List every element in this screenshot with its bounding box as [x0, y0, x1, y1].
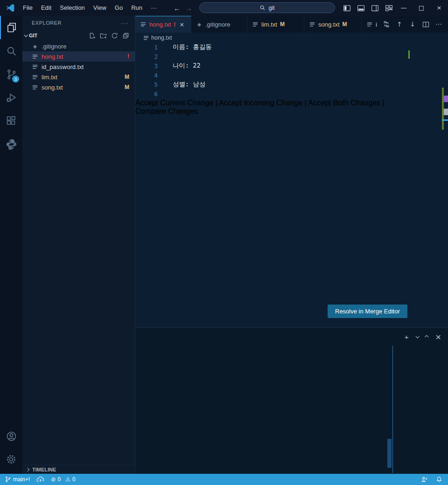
- nav-back-icon[interactable]: ←: [174, 4, 181, 12]
- previous-conflict-icon[interactable]: ↑: [394, 18, 405, 30]
- close-panel-icon[interactable]: ×: [435, 333, 441, 341]
- line-number: 2: [135, 52, 158, 62]
- split-editor-icon[interactable]: [420, 18, 431, 30]
- tab-close-icon[interactable]: ×: [179, 21, 184, 28]
- terminal-dropdown-icon[interactable]: [415, 334, 419, 338]
- menu-item[interactable]: ···: [147, 0, 161, 16]
- editor-pane[interactable]: 1이름: 홍길동23나이: 2245성별: 남성6Accept Current …: [135, 43, 448, 327]
- tab-gitignore[interactable]: ◈.gitignore: [191, 16, 247, 33]
- gitignore-icon: ◈: [196, 21, 203, 28]
- file-row-id-password-txt[interactable]: id_password.txt: [22, 62, 135, 72]
- search-value: git: [268, 5, 274, 11]
- account-icon[interactable]: [0, 424, 22, 448]
- editor-tab-bar: hong.txt!×◈.gitignorelim.txtMsong.txtMid…: [135, 16, 448, 33]
- toggle-secondary-sidebar-icon[interactable]: [371, 4, 379, 12]
- menu-view[interactable]: View: [89, 0, 111, 16]
- ruler-conflict-mark: [444, 109, 448, 115]
- gutter-modified-indicator: [164, 80, 166, 90]
- timeline-section-header[interactable]: TIMELINE: [22, 465, 135, 474]
- activity-run-debug-icon[interactable]: [0, 86, 22, 109]
- breadcrumb[interactable]: hong.txt: [135, 33, 448, 43]
- refresh-icon[interactable]: [111, 32, 118, 39]
- gutter-modified-indicator: [164, 43, 166, 52]
- gutter-modified-indicator: [164, 62, 166, 71]
- new-file-icon[interactable]: [89, 32, 96, 39]
- text-file-icon: [32, 85, 38, 90]
- new-terminal-icon[interactable]: +: [405, 333, 409, 341]
- menu-selection[interactable]: Selection: [56, 0, 89, 16]
- window-maximize-button[interactable]: □: [413, 0, 430, 16]
- activity-python-icon[interactable]: [0, 132, 22, 156]
- tab-song-txt[interactable]: song.txtM: [304, 16, 362, 33]
- code-line-1[interactable]: 1이름: 홍길동: [135, 43, 408, 52]
- code-line-4[interactable]: 4: [135, 71, 408, 80]
- terminal-scrollbar[interactable]: [387, 439, 392, 468]
- notifications-bell-icon[interactable]: [436, 476, 442, 483]
- file-name: song.txt: [42, 84, 63, 91]
- activity-extensions-icon[interactable]: [0, 109, 22, 132]
- tab-label: lim.txt: [261, 21, 277, 28]
- toggle-sidebar-icon[interactable]: [343, 4, 351, 12]
- menu-run[interactable]: Run: [127, 0, 147, 16]
- resolve-in-merge-editor-button[interactable]: Resolve in Merge Editor: [328, 305, 407, 318]
- tab-hong-txt[interactable]: hong.txt!×: [135, 16, 191, 33]
- file-status-badge: M: [125, 84, 129, 90]
- next-conflict-icon[interactable]: ↓: [407, 18, 418, 30]
- minimap-change-marker: [408, 50, 410, 59]
- menu-edit[interactable]: Edit: [37, 0, 56, 16]
- overview-ruler[interactable]: [442, 43, 448, 327]
- tab-dirty-badge: M: [343, 21, 347, 28]
- feedback-icon[interactable]: [421, 476, 428, 483]
- explorer-more-actions-icon[interactable]: ···: [121, 20, 128, 27]
- chevron-right-icon: [26, 468, 29, 471]
- gitignore-icon: ◈: [32, 43, 38, 49]
- settings-gear-icon[interactable]: [0, 448, 22, 471]
- folder-section-header[interactable]: GIT: [22, 30, 135, 41]
- code-line-6[interactable]: 6: [135, 90, 408, 99]
- vscode-logo-icon: [6, 3, 15, 13]
- command-center-search[interactable]: git: [199, 2, 335, 13]
- collapse-folders-icon[interactable]: [122, 32, 129, 39]
- panel-tab-bar: + ×: [135, 328, 448, 346]
- text-file-icon: [32, 54, 38, 59]
- more-actions-icon[interactable]: ···: [433, 18, 444, 30]
- code-line-2[interactable]: 2: [135, 52, 408, 62]
- timeline-label: TIMELINE: [32, 467, 56, 472]
- terminal-sidebar-divider[interactable]: [392, 346, 393, 473]
- chevron-down-icon: [24, 33, 28, 37]
- branch-indicator[interactable]: main+!: [5, 476, 30, 483]
- code-line-3[interactable]: 3나이: 22: [135, 62, 408, 71]
- menu-file[interactable]: File: [19, 0, 37, 16]
- minimap[interactable]: [408, 43, 442, 80]
- code-text: 성별: 남성: [173, 80, 205, 89]
- file-status-badge: M: [125, 74, 129, 80]
- gutter-modified-indicator: [164, 52, 166, 62]
- activity-search-icon[interactable]: [0, 39, 22, 62]
- file-row-lim-txt[interactable]: lim.txtM: [22, 72, 135, 82]
- menu-go[interactable]: Go: [111, 0, 127, 16]
- file-name: id_password.txt: [42, 63, 84, 70]
- customize-layout-icon[interactable]: [385, 4, 393, 12]
- window-close-button[interactable]: ×: [430, 0, 448, 16]
- file-row-hong-txt[interactable]: hong.txt!: [22, 51, 135, 62]
- bottom-panel: + ×: [135, 327, 448, 474]
- file-row-gitignore[interactable]: ◈.gitignore: [22, 41, 135, 51]
- toggle-panel-icon[interactable]: [357, 4, 365, 12]
- activity-source-control-icon[interactable]: 3: [0, 62, 22, 86]
- activity-explorer-icon[interactable]: [0, 16, 22, 39]
- sync-changes-icon[interactable]: [36, 476, 44, 483]
- problems-indicator[interactable]: ⊘ 0 ⚠ 0: [51, 476, 75, 483]
- code-text: 이름: 홍길동: [173, 43, 212, 51]
- window-minimize-button[interactable]: —: [395, 0, 413, 16]
- maximize-panel-icon[interactable]: [425, 335, 428, 339]
- text-file-icon: [309, 22, 315, 27]
- line-number: 6: [135, 90, 158, 99]
- codelens-merge-actions[interactable]: Accept Current Change | Accept Incoming …: [135, 99, 408, 116]
- tab-lim-txt[interactable]: lim.txtM: [247, 16, 304, 33]
- file-row-song-txt[interactable]: song.txtM: [22, 82, 135, 92]
- open-changes-icon[interactable]: [381, 18, 392, 30]
- new-folder-icon[interactable]: [100, 32, 107, 39]
- code-line-5[interactable]: 5성별: 남성: [135, 80, 408, 90]
- errors-icon: ⊘: [51, 476, 56, 483]
- gutter-modified-indicator: [164, 71, 166, 80]
